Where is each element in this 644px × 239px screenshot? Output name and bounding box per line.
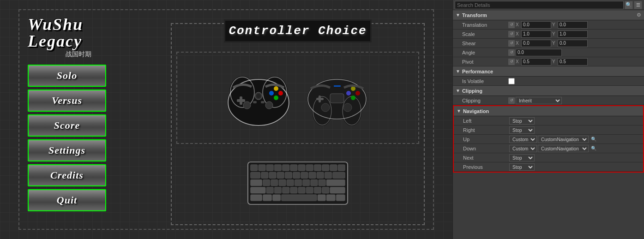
nav-up-dropdown[interactable]: Custom Stop — [509, 136, 537, 143]
svg-rect-14 — [253, 101, 257, 103]
shear-label: Shear — [462, 41, 508, 46]
translation-x-input[interactable] — [521, 21, 551, 29]
svg-point-32 — [343, 103, 352, 112]
svg-rect-40 — [290, 165, 297, 171]
nav-previous-dropdown[interactable]: Stop Wrap Around — [509, 163, 535, 171]
svg-point-29 — [351, 86, 355, 91]
svg-point-13 — [256, 94, 261, 98]
btn-credits[interactable]: Credits — [28, 164, 106, 186]
list-view-button[interactable]: ☰ — [634, 1, 642, 9]
nav-left-row: Left Stop Wrap Around Do Nothing — [454, 116, 643, 125]
angle-input[interactable] — [516, 49, 562, 56]
scale-controls: ↺ X Y — [508, 30, 641, 38]
svg-rect-74 — [306, 187, 313, 193]
svg-rect-51 — [285, 172, 292, 178]
transform-header[interactable]: ▼ Transform ⚙ — [453, 10, 644, 20]
clipping-dropdown[interactable]: Inherit None Content Padding Border — [516, 97, 562, 104]
svg-rect-41 — [298, 165, 305, 171]
translation-xy: X Y — [516, 21, 641, 29]
nav-up-controls: Custom Stop CustomNavigation 🔍 — [509, 136, 640, 143]
shear-y-label: Y — [552, 41, 557, 46]
svg-rect-56 — [325, 172, 331, 178]
inspector-content: ▼ Transform ⚙ Translation ↺ X Y — [453, 10, 644, 239]
btn-quit[interactable]: Quit — [28, 189, 106, 211]
shear-controls: ↺ X Y — [508, 40, 641, 47]
svg-rect-15 — [261, 101, 265, 103]
menu-buttons: Solo Versus Score Settings Credits Quit — [28, 65, 106, 211]
pivot-row: Pivot ↺ X Y — [453, 57, 644, 66]
shear-y-input[interactable] — [558, 40, 588, 47]
btn-versus[interactable]: Versus — [28, 90, 106, 112]
nav-down-dropdown[interactable]: Custom Stop — [509, 145, 537, 152]
svg-point-10 — [269, 91, 274, 96]
search-input[interactable] — [455, 1, 624, 9]
svg-rect-57 — [333, 172, 345, 178]
search-button[interactable]: 🔍 — [625, 1, 633, 9]
shear-x-input[interactable] — [521, 40, 551, 47]
svg-rect-49 — [269, 172, 276, 178]
nav-next-row: Next Stop Wrap Around — [454, 153, 643, 162]
nav-next-dropdown[interactable]: Stop Wrap Around — [509, 154, 535, 161]
svg-rect-58 — [251, 179, 262, 185]
transform-gear-icon[interactable]: ⚙ — [637, 12, 641, 18]
clipping-header[interactable]: ▼ Clipping — [453, 86, 644, 96]
svg-rect-69 — [266, 187, 273, 193]
scale-y-input[interactable] — [558, 30, 588, 38]
xbox-controller[interactable] — [222, 61, 295, 135]
nav-down-search-icon[interactable]: 🔍 — [591, 146, 596, 151]
nav-right-label: Right — [463, 127, 509, 133]
svg-point-26 — [351, 96, 355, 100]
controller-title-bar: Controller Choice — [224, 19, 372, 42]
translation-reset[interactable]: ↺ — [508, 22, 515, 28]
svg-rect-72 — [290, 187, 297, 193]
svg-rect-37 — [266, 165, 273, 171]
angle-controls: ↺ — [508, 49, 641, 56]
nav-previous-label: Previous — [463, 164, 509, 170]
nav-down-row: Down Custom Stop CustomNavigation 🔍 — [454, 144, 643, 153]
angle-label: Angle — [462, 50, 508, 55]
pivot-x-input[interactable] — [521, 58, 551, 66]
scale-reset[interactable]: ↺ — [508, 31, 515, 37]
svg-rect-67 — [326, 179, 345, 185]
shear-reset[interactable]: ↺ — [508, 40, 515, 47]
logo-area: WuShu Legacy 战国时期 — [28, 16, 129, 59]
svg-rect-42 — [306, 165, 313, 171]
clipping-title: Clipping — [462, 88, 482, 94]
translation-y-input[interactable] — [558, 21, 588, 29]
ps-svg — [301, 65, 373, 131]
svg-rect-46 — [338, 165, 345, 171]
svg-rect-30 — [330, 94, 344, 103]
pivot-y-input[interactable] — [558, 58, 588, 66]
svg-point-9 — [278, 91, 283, 96]
nav-left-dropdown[interactable]: Stop Wrap Around Do Nothing — [509, 117, 535, 125]
keyboard-area[interactable] — [176, 151, 419, 215]
svg-rect-73 — [298, 187, 305, 193]
btn-score[interactable]: Score — [28, 114, 106, 137]
scale-x-input[interactable] — [521, 30, 551, 38]
search-bar: 🔍 ☰ — [453, 0, 644, 10]
angle-reset[interactable]: ↺ — [508, 49, 515, 56]
nav-right-dropdown[interactable]: Stop Wrap Around — [509, 126, 535, 134]
navigation-title: Navigation — [463, 108, 489, 114]
clipping-reset[interactable]: ↺ — [508, 97, 515, 104]
xbox-svg — [223, 65, 295, 131]
btn-solo[interactable]: Solo — [28, 65, 106, 87]
is-volatile-checkbox[interactable] — [508, 78, 515, 84]
pivot-controls: ↺ X Y — [508, 58, 641, 66]
svg-point-27 — [355, 91, 360, 96]
btn-settings[interactable]: Settings — [28, 139, 106, 161]
svg-rect-76 — [322, 187, 329, 193]
svg-rect-43 — [314, 165, 321, 171]
nav-down-custom-nav-dropdown[interactable]: CustomNavigation — [538, 145, 589, 152]
svg-point-16 — [243, 102, 251, 109]
nav-up-search-icon[interactable]: 🔍 — [591, 137, 596, 142]
pivot-reset[interactable]: ↺ — [508, 59, 515, 65]
svg-rect-80 — [272, 195, 280, 201]
performance-header[interactable]: ▼ Performance — [453, 66, 644, 77]
ps-controller[interactable] — [300, 61, 374, 135]
scale-x-label: X — [516, 31, 520, 36]
svg-rect-66 — [319, 179, 325, 185]
svg-point-31 — [321, 103, 330, 112]
navigation-header[interactable]: ▼ Navigation — [454, 106, 643, 116]
nav-up-custom-nav-dropdown[interactable]: CustomNavigation — [538, 136, 589, 143]
